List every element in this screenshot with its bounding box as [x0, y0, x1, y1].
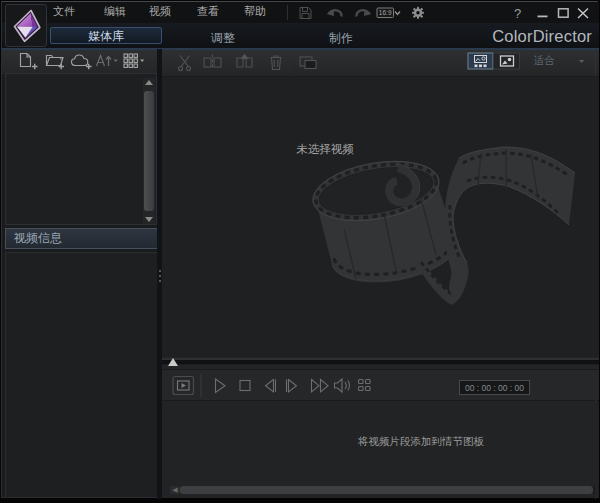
svg-text:16:9: 16:9	[379, 9, 392, 16]
svg-text:适合: 适合	[534, 54, 556, 66]
svg-text:?: ?	[514, 6, 521, 21]
